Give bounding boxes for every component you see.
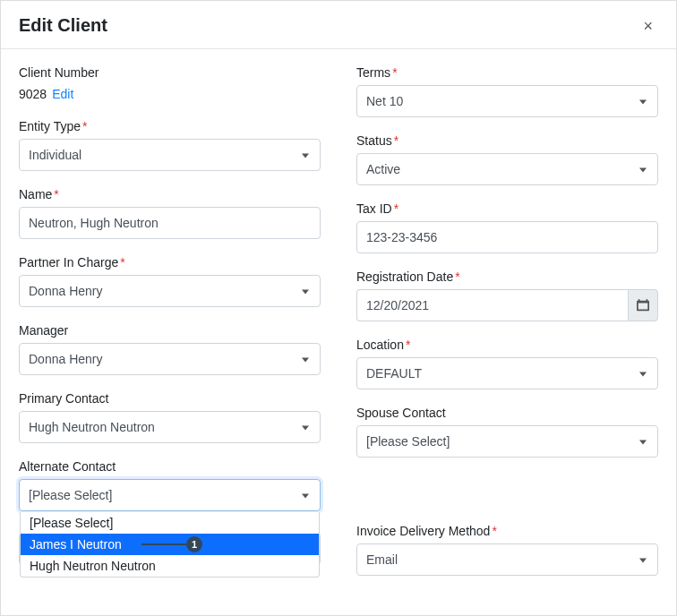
manager-select[interactable]: Donna Henry	[19, 343, 321, 375]
status-group: Status* Active	[356, 133, 658, 185]
annotation-line	[141, 543, 186, 545]
client-number-label: Client Number	[19, 65, 321, 80]
alternate-contact-group: Alternate Contact [Please Select] [Pleas…	[19, 459, 321, 511]
name-input[interactable]	[19, 207, 321, 239]
taxid-label: Tax ID*	[356, 201, 658, 216]
primary-contact-group: Primary Contact Hugh Neutron Neutron	[19, 391, 321, 443]
status-label: Status*	[356, 133, 658, 148]
client-number-group: Client Number 9028 Edit	[19, 65, 321, 103]
dropdown-item-please-select[interactable]: [Please Select]	[21, 512, 319, 534]
regdate-input-group	[356, 289, 658, 321]
manager-group: Manager Donna Henry	[19, 323, 321, 375]
primary-contact-select[interactable]: Hugh Neutron Neutron	[19, 411, 321, 443]
terms-label: Terms*	[356, 65, 658, 80]
spouse-contact-label: Spouse Contact	[356, 406, 658, 420]
taxid-input[interactable]	[356, 221, 658, 253]
modal-body: Client Number 9028 Edit Entity Type* Ind…	[1, 49, 676, 592]
location-group: Location* DEFAULT	[356, 338, 658, 389]
entity-type-group: Entity Type* Individual	[19, 119, 321, 171]
partner-label: Partner In Charge*	[19, 255, 321, 270]
regdate-input[interactable]	[356, 289, 628, 321]
invoice-delivery-group: Invoice Delivery Method* Email	[356, 524, 658, 576]
date-picker-button[interactable]	[628, 289, 658, 321]
modal-title: Edit Client	[19, 15, 107, 36]
left-column: Client Number 9028 Edit Entity Type* Ind…	[19, 65, 321, 576]
alternate-contact-select[interactable]: [Please Select] [Please Select] James I …	[19, 479, 321, 511]
location-select[interactable]: DEFAULT	[356, 357, 658, 389]
regdate-label: Registration Date*	[356, 270, 658, 284]
client-number-edit-link[interactable]: Edit	[52, 87, 73, 101]
location-label: Location*	[356, 338, 658, 352]
name-label: Name*	[19, 187, 321, 201]
terms-select[interactable]: Net 10	[356, 85, 658, 117]
calendar-icon	[637, 299, 649, 312]
regdate-group: Registration Date*	[356, 270, 658, 321]
terms-group: Terms* Net 10	[356, 65, 658, 117]
modal-header: Edit Client ×	[1, 1, 676, 49]
annotation-badge: 1	[186, 536, 202, 552]
partner-select[interactable]: Donna Henry	[19, 275, 321, 307]
spouse-contact-select[interactable]: [Please Select]	[356, 425, 658, 458]
partner-group: Partner In Charge* Donna Henry	[19, 255, 321, 307]
alternate-contact-dropdown: [Please Select] James I Neutron 1 Hugh N…	[20, 512, 320, 578]
dropdown-item-james-neutron[interactable]: James I Neutron 1	[21, 534, 319, 555]
edit-client-modal: Edit Client × Client Number 9028 Edit En…	[0, 0, 677, 616]
dropdown-item-hugh-neutron[interactable]: Hugh Neutron Neutron	[21, 555, 319, 577]
client-number-row: 9028 Edit	[19, 87, 321, 101]
right-column: Terms* Net 10 Status* Active Tax ID* Reg…	[356, 65, 658, 576]
primary-contact-label: Primary Contact	[19, 391, 321, 406]
name-group: Name*	[19, 187, 321, 239]
entity-type-select[interactable]: Individual	[19, 139, 321, 171]
taxid-group: Tax ID*	[356, 201, 658, 253]
client-number-value: 9028	[19, 87, 47, 101]
spouse-contact-group: Spouse Contact [Please Select]	[356, 406, 658, 458]
close-button[interactable]: ×	[638, 17, 658, 35]
invoice-delivery-select[interactable]: Email	[356, 543, 658, 576]
status-select[interactable]: Active	[356, 153, 658, 185]
annotation-callout-1: 1	[141, 536, 202, 552]
entity-type-label: Entity Type*	[19, 119, 321, 133]
manager-label: Manager	[19, 323, 321, 338]
alternate-contact-label: Alternate Contact	[19, 459, 321, 474]
invoice-delivery-label: Invoice Delivery Method*	[356, 524, 658, 538]
